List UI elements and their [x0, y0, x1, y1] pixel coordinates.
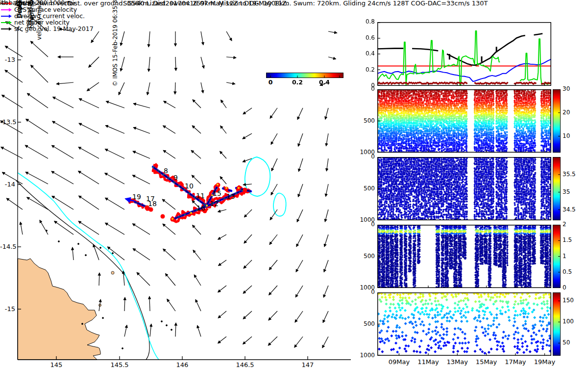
map-colorbar-tick-label: 0.2 [288, 79, 307, 86]
colorbar-tick-label: 2 [563, 221, 566, 227]
legend-item: sfc geo. vel. 19-May-2017 [0, 26, 94, 32]
colorbar-chl [553, 225, 561, 288]
dive-number-label: 16 [196, 204, 205, 212]
panel-y-tick-label: 500 [345, 253, 375, 259]
colorbar-salinity [553, 157, 561, 220]
panel-oxygen [377, 292, 551, 356]
dive-number-label: 9 [173, 174, 178, 182]
colorbar-tick-label: 1 [563, 253, 566, 259]
map-y-tick-label: -14 [0, 181, 15, 187]
map-y-tick-label: -13 [0, 56, 15, 63]
legend-line-sample [0, 7, 13, 12]
panel-y-tick-label: 0 [345, 86, 375, 92]
panel-salinity [377, 157, 551, 220]
date-tick-label: 19May [528, 359, 562, 365]
legend-item-label: sfc geo. vel. 19-May-2017 [13, 25, 94, 32]
map-y-tick-label: -14.5 [0, 243, 15, 250]
dive-number-label: 18 [148, 200, 157, 208]
cbar-label-salinity: salinity [17, 0, 23, 23]
velocity-ylabel: velocity magnitude (m/s) [36, 0, 42, 42]
copyright-note: © IMOS 15-Feb-2019 06:35:31 Hobart time.… [112, 0, 118, 118]
colorbar-tick-label: 50 [563, 340, 570, 345]
colorbar-tick-label: 0.5 [563, 269, 572, 275]
map-x-tick-label: 145 [42, 362, 71, 368]
panel-y-tick-label: 0 [345, 221, 375, 227]
colorbar-oxygen [553, 292, 561, 356]
dive-number-label: 10 [185, 182, 194, 190]
colorbar-tick-label: 100 [563, 318, 574, 324]
reef-outlines [245, 157, 286, 216]
dive-number-label: 11 [196, 192, 205, 200]
colorbar-tick-label: 35.5 [563, 171, 576, 177]
panel-temperature [377, 89, 551, 153]
map-x-tick-label: 145.5 [105, 362, 134, 368]
colorbar-tick-label: 150 [563, 297, 574, 303]
map-x-tick-label: 146 [168, 362, 197, 368]
colorbar-temperature [553, 89, 561, 153]
panel-y-tick-label: 0 [345, 289, 375, 295]
legend-line-sample [0, 14, 13, 19]
panel-y-tick-label: 500 [345, 118, 375, 124]
panel-chl [377, 225, 551, 288]
glider-track: 89101112131516171819 [125, 164, 251, 222]
panel-y-tick-label: 1000 [345, 352, 375, 358]
velocity-y-tick-label: 0.8 [345, 19, 375, 25]
colorbar-tick-label: 0 [563, 285, 566, 290]
colorbar-tick-label: 20 [563, 109, 570, 115]
cbar-label-oxygen: Ox. sat. ratio (%) [26, 0, 32, 32]
map-colorbar-tick-label: 0.4 [315, 79, 334, 86]
velocity-y-tick-label: 0.2 [345, 67, 375, 73]
dive-number-label: 19 [132, 193, 141, 201]
map-x-tick-label: 146.5 [230, 362, 260, 368]
map-y-tick-label: -15 [0, 306, 15, 312]
dive-number-label: 12 [210, 200, 219, 208]
colorbar-tick-label: 30 [563, 86, 570, 92]
panel-velocity [377, 22, 551, 86]
legend-line-sample [0, 26, 13, 31]
legend-line-sample [0, 20, 13, 25]
dive-number-label: 13 [226, 192, 235, 200]
colorbar-tick-label: 35 [563, 189, 570, 195]
map-colorbar-tick-label: 0 [261, 79, 280, 86]
panel-y-tick-label: 0 [345, 154, 375, 159]
colorbar-tick-label: 1.5 [563, 237, 572, 243]
map-x-tick-label: 147 [293, 362, 322, 368]
colorbar-tick-label: 34.5 [563, 207, 576, 212]
panel-y-tick-label: 500 [345, 185, 375, 191]
dive-number-label: 15 [213, 189, 221, 197]
velocity-y-tick-label: 0.6 [345, 35, 375, 41]
velocity-y-tick-label: 0.4 [345, 51, 375, 56]
figure-root: SG540 Lizard20170416 07-May 12Z to 19-Ma… [0, 0, 588, 368]
dive-number-label: 8 [164, 167, 168, 175]
map-colorbar [266, 73, 343, 78]
colorbar-tick-label: 10 [563, 133, 570, 139]
panel-y-tick-label: 500 [345, 321, 375, 327]
map-y-tick-label: -13.5 [0, 119, 15, 125]
